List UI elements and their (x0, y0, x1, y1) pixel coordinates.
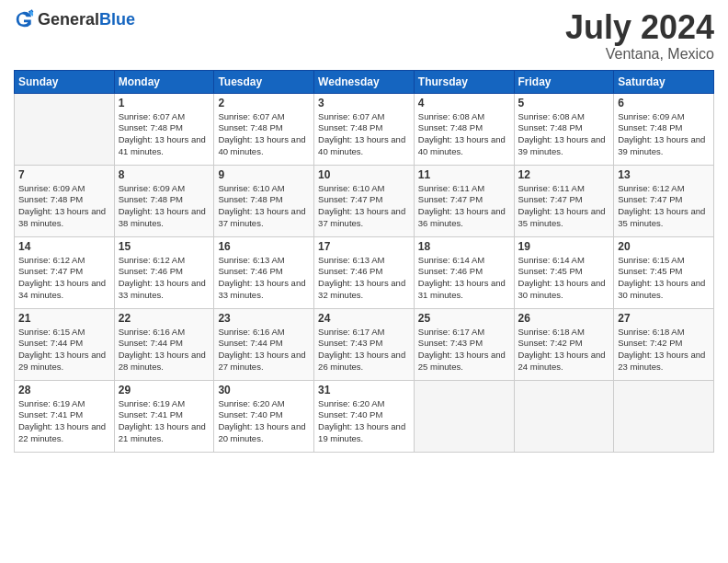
day-info: Sunrise: 6:10 AM Sunset: 7:48 PM Dayligh… (218, 183, 310, 230)
calendar-week-5: 28Sunrise: 6:19 AM Sunset: 7:41 PM Dayli… (15, 380, 714, 452)
day-number: 25 (418, 312, 510, 325)
day-info: Sunrise: 6:15 AM Sunset: 7:45 PM Dayligh… (618, 255, 710, 302)
day-number: 19 (518, 240, 610, 253)
calendar-cell (15, 93, 115, 165)
page: GeneralBlue July 2024 Ventana, Mexico Su… (0, 0, 728, 563)
calendar-cell: 13Sunrise: 6:12 AM Sunset: 7:47 PM Dayli… (614, 165, 714, 236)
day-info: Sunrise: 6:20 AM Sunset: 7:40 PM Dayligh… (318, 398, 410, 445)
weekday-header-friday: Friday (514, 70, 614, 93)
day-number: 21 (18, 312, 110, 325)
day-number: 26 (518, 312, 610, 325)
logo-text: GeneralBlue (38, 10, 135, 29)
weekday-header-row: SundayMondayTuesdayWednesdayThursdayFrid… (15, 70, 714, 93)
weekday-header-monday: Monday (114, 70, 214, 93)
day-info: Sunrise: 6:16 AM Sunset: 7:44 PM Dayligh… (218, 327, 310, 373)
calendar-cell: 21Sunrise: 6:15 AM Sunset: 7:44 PM Dayli… (15, 308, 115, 380)
day-number: 1 (119, 97, 210, 109)
calendar-cell: 1Sunrise: 6:07 AM Sunset: 7:48 PM Daylig… (114, 93, 214, 165)
day-number: 31 (318, 384, 410, 396)
day-info: Sunrise: 6:12 AM Sunset: 7:47 PM Dayligh… (618, 183, 710, 230)
day-number: 27 (618, 312, 710, 325)
day-info: Sunrise: 6:16 AM Sunset: 7:44 PM Dayligh… (119, 327, 210, 373)
calendar-cell: 5Sunrise: 6:08 AM Sunset: 7:48 PM Daylig… (514, 93, 614, 165)
calendar-cell (614, 380, 714, 452)
header: GeneralBlue July 2024 Ventana, Mexico (14, 9, 714, 63)
calendar-cell: 23Sunrise: 6:16 AM Sunset: 7:44 PM Dayli… (214, 308, 314, 380)
calendar-cell: 9Sunrise: 6:10 AM Sunset: 7:48 PM Daylig… (214, 165, 314, 236)
day-info: Sunrise: 6:14 AM Sunset: 7:45 PM Dayligh… (518, 255, 610, 302)
day-number: 3 (318, 97, 410, 109)
calendar-cell (414, 380, 514, 452)
day-number: 22 (119, 312, 210, 325)
calendar-cell: 16Sunrise: 6:13 AM Sunset: 7:46 PM Dayli… (214, 236, 314, 308)
calendar-cell: 17Sunrise: 6:13 AM Sunset: 7:46 PM Dayli… (314, 236, 415, 308)
logo-general: General (38, 10, 99, 29)
weekday-header-sunday: Sunday (15, 70, 115, 93)
day-number: 12 (518, 168, 610, 181)
calendar-cell: 31Sunrise: 6:20 AM Sunset: 7:40 PM Dayli… (314, 380, 415, 452)
location-title: Ventana, Mexico (565, 46, 714, 63)
logo: GeneralBlue (14, 9, 135, 29)
weekday-header-thursday: Thursday (414, 70, 514, 93)
day-info: Sunrise: 6:17 AM Sunset: 7:43 PM Dayligh… (318, 327, 410, 373)
day-number: 17 (318, 240, 410, 253)
calendar-cell: 2Sunrise: 6:07 AM Sunset: 7:48 PM Daylig… (214, 93, 314, 165)
day-number: 2 (218, 97, 310, 109)
calendar-cell: 3Sunrise: 6:07 AM Sunset: 7:48 PM Daylig… (314, 93, 415, 165)
day-info: Sunrise: 6:15 AM Sunset: 7:44 PM Dayligh… (18, 327, 110, 373)
day-number: 13 (618, 168, 710, 181)
title-block: July 2024 Ventana, Mexico (565, 9, 714, 63)
day-info: Sunrise: 6:09 AM Sunset: 7:48 PM Dayligh… (618, 111, 710, 158)
calendar-cell: 12Sunrise: 6:11 AM Sunset: 7:47 PM Dayli… (514, 165, 614, 236)
day-info: Sunrise: 6:07 AM Sunset: 7:48 PM Dayligh… (119, 111, 210, 158)
day-info: Sunrise: 6:12 AM Sunset: 7:46 PM Dayligh… (119, 255, 210, 302)
day-info: Sunrise: 6:18 AM Sunset: 7:42 PM Dayligh… (518, 327, 610, 373)
day-number: 10 (318, 168, 410, 181)
day-info: Sunrise: 6:17 AM Sunset: 7:43 PM Dayligh… (418, 327, 510, 373)
day-info: Sunrise: 6:12 AM Sunset: 7:47 PM Dayligh… (18, 255, 110, 302)
day-info: Sunrise: 6:07 AM Sunset: 7:48 PM Dayligh… (318, 111, 410, 158)
day-number: 7 (18, 168, 110, 181)
calendar-cell: 27Sunrise: 6:18 AM Sunset: 7:42 PM Dayli… (614, 308, 714, 380)
calendar-cell: 30Sunrise: 6:20 AM Sunset: 7:40 PM Dayli… (214, 380, 314, 452)
day-info: Sunrise: 6:08 AM Sunset: 7:48 PM Dayligh… (518, 111, 610, 158)
day-number: 15 (119, 240, 210, 253)
day-number: 11 (418, 168, 510, 181)
weekday-header-tuesday: Tuesday (214, 70, 314, 93)
day-number: 14 (18, 240, 110, 253)
day-info: Sunrise: 6:07 AM Sunset: 7:48 PM Dayligh… (218, 111, 310, 158)
day-info: Sunrise: 6:19 AM Sunset: 7:41 PM Dayligh… (18, 398, 110, 445)
day-number: 16 (218, 240, 310, 253)
day-info: Sunrise: 6:14 AM Sunset: 7:46 PM Dayligh… (418, 255, 510, 302)
calendar-cell: 28Sunrise: 6:19 AM Sunset: 7:41 PM Dayli… (15, 380, 115, 452)
logo-blue: Blue (99, 10, 135, 29)
day-info: Sunrise: 6:10 AM Sunset: 7:47 PM Dayligh… (318, 183, 410, 230)
calendar-cell: 11Sunrise: 6:11 AM Sunset: 7:47 PM Dayli… (414, 165, 514, 236)
calendar-week-1: 1Sunrise: 6:07 AM Sunset: 7:48 PM Daylig… (15, 93, 714, 165)
day-number: 18 (418, 240, 510, 253)
calendar-cell: 18Sunrise: 6:14 AM Sunset: 7:46 PM Dayli… (414, 236, 514, 308)
calendar-cell: 29Sunrise: 6:19 AM Sunset: 7:41 PM Dayli… (114, 380, 214, 452)
day-info: Sunrise: 6:11 AM Sunset: 7:47 PM Dayligh… (518, 183, 610, 230)
calendar-week-3: 14Sunrise: 6:12 AM Sunset: 7:47 PM Dayli… (15, 236, 714, 308)
day-number: 5 (518, 97, 610, 109)
day-number: 9 (218, 168, 310, 181)
day-info: Sunrise: 6:18 AM Sunset: 7:42 PM Dayligh… (618, 327, 710, 373)
day-info: Sunrise: 6:19 AM Sunset: 7:41 PM Dayligh… (119, 398, 210, 445)
calendar-cell: 15Sunrise: 6:12 AM Sunset: 7:46 PM Dayli… (114, 236, 214, 308)
calendar-cell: 4Sunrise: 6:08 AM Sunset: 7:48 PM Daylig… (414, 93, 514, 165)
calendar-week-2: 7Sunrise: 6:09 AM Sunset: 7:48 PM Daylig… (15, 165, 714, 236)
calendar-cell: 26Sunrise: 6:18 AM Sunset: 7:42 PM Dayli… (514, 308, 614, 380)
calendar-cell: 24Sunrise: 6:17 AM Sunset: 7:43 PM Dayli… (314, 308, 415, 380)
day-number: 30 (218, 384, 310, 396)
day-number: 24 (318, 312, 410, 325)
day-info: Sunrise: 6:13 AM Sunset: 7:46 PM Dayligh… (318, 255, 410, 302)
day-number: 20 (618, 240, 710, 253)
calendar-cell: 6Sunrise: 6:09 AM Sunset: 7:48 PM Daylig… (614, 93, 714, 165)
calendar-cell: 22Sunrise: 6:16 AM Sunset: 7:44 PM Dayli… (114, 308, 214, 380)
calendar-week-4: 21Sunrise: 6:15 AM Sunset: 7:44 PM Dayli… (15, 308, 714, 380)
weekday-header-saturday: Saturday (614, 70, 714, 93)
calendar-table: SundayMondayTuesdayWednesdayThursdayFrid… (14, 70, 714, 453)
day-number: 29 (119, 384, 210, 396)
day-info: Sunrise: 6:13 AM Sunset: 7:46 PM Dayligh… (218, 255, 310, 302)
